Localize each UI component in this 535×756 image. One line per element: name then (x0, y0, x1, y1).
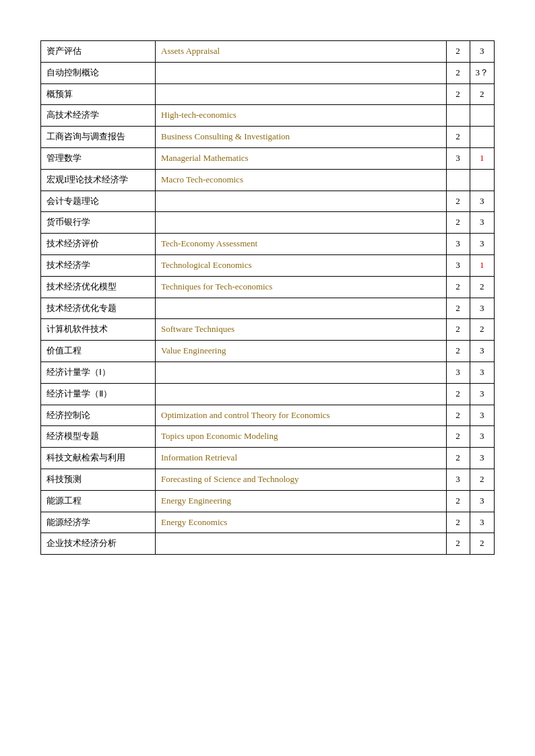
chinese-name: 技术经济优化模型 (41, 276, 156, 298)
col-num1: 2 (446, 426, 470, 448)
col-num2: 3 (470, 426, 495, 448)
col-num2: 3 (470, 341, 495, 362)
english-name: Techniques for Tech-economics (156, 276, 447, 298)
table-row: 宏观I理论技术经济学Macro Tech-economics (41, 169, 495, 191)
table-row: 技术经济学Technological Economics31 (41, 254, 495, 276)
chinese-name: 经济控制论 (41, 405, 156, 426)
table-row: 货币银行学23 (41, 212, 495, 234)
col-num2: 2 (470, 276, 495, 298)
col-num2: 3 (470, 490, 495, 512)
table-row: 科技文献检索与利用Information Retrieval23 (41, 448, 495, 469)
col-num1 (446, 169, 470, 191)
english-name: Assets Appraisal (156, 41, 447, 63)
col-num1: 2 (446, 127, 470, 148)
col-num1: 3 (446, 147, 470, 169)
chinese-name: 经济模型专题 (41, 426, 156, 448)
col-num1: 2 (446, 41, 470, 63)
table-row: 价值工程Value Engineering23 (41, 341, 495, 362)
col-num1: 2 (446, 405, 470, 426)
col-num1: 2 (446, 448, 470, 469)
table-row: 概预算22 (41, 83, 495, 105)
col-num1 (446, 105, 470, 127)
chinese-name: 技术经济学 (41, 254, 156, 276)
chinese-name: 概预算 (41, 83, 156, 105)
course-table: 资产评估Assets Appraisal23自动控制概论23？概预算22高技术经… (40, 40, 495, 555)
chinese-name: 科技文献检索与利用 (41, 448, 156, 469)
chinese-name: 技术经济优化专题 (41, 298, 156, 319)
table-row: 高技术经济学High-tech-economics (41, 105, 495, 127)
col-num2: 3 (470, 212, 495, 234)
english-name: High-tech-economics (156, 105, 447, 127)
table-row: 经济模型专题Topics upon Economic Modeling23 (41, 426, 495, 448)
table-row: 企业技术经济分析22 (41, 533, 495, 555)
chinese-name: 工商咨询与调查报告 (41, 127, 156, 148)
col-num2: 2 (470, 469, 495, 490)
english-name: Business Consulting & Investigation (156, 127, 447, 148)
english-name: Tech-Economy Assessment (156, 234, 447, 255)
col-num2: 3 (470, 512, 495, 533)
col-num2: 3 (470, 234, 495, 255)
col-num1: 3 (446, 469, 470, 490)
chinese-name: 自动控制概论 (41, 62, 156, 83)
english-name: Topics upon Economic Modeling (156, 426, 447, 448)
english-name: Optimization and control Theory for Econ… (156, 405, 447, 426)
english-name (156, 212, 447, 234)
english-name (156, 298, 447, 319)
table-row: 计算机软件技术Software Techniques22 (41, 319, 495, 341)
main-table-container: 资产评估Assets Appraisal23自动控制概论23？概预算22高技术经… (40, 40, 495, 555)
table-row: 经济控制论Optimization and control Theory for… (41, 405, 495, 426)
col-num1: 3 (446, 234, 470, 255)
col-num1: 2 (446, 62, 470, 83)
col-num2: 1 (470, 147, 495, 169)
english-name (156, 83, 447, 105)
chinese-name: 会计专题理论 (41, 191, 156, 212)
col-num1: 2 (446, 383, 470, 405)
col-num2: 3 (470, 41, 495, 63)
english-name: Software Techniques (156, 319, 447, 341)
col-num1: 2 (446, 512, 470, 533)
col-num1: 2 (446, 319, 470, 341)
table-row: 能源经济学Energy Economics23 (41, 512, 495, 533)
col-num2: 1 (470, 254, 495, 276)
english-name: Macro Tech-economics (156, 169, 447, 191)
english-name: Energy Economics (156, 512, 447, 533)
col-num1: 2 (446, 191, 470, 212)
col-num1: 2 (446, 533, 470, 555)
english-name: Forecasting of Science and Technology (156, 469, 447, 490)
chinese-name: 高技术经济学 (41, 105, 156, 127)
col-num2: 3 (470, 383, 495, 405)
table-row: 自动控制概论23？ (41, 62, 495, 83)
col-num2: 2 (470, 83, 495, 105)
english-name (156, 191, 447, 212)
english-name: Energy Engineering (156, 490, 447, 512)
col-num2: 3 (470, 191, 495, 212)
col-num1: 2 (446, 490, 470, 512)
table-row: 资产评估Assets Appraisal23 (41, 41, 495, 63)
col-num1: 2 (446, 341, 470, 362)
chinese-name: 资产评估 (41, 41, 156, 63)
chinese-name: 经济计量学（Ⅰ） (41, 362, 156, 383)
col-num2 (470, 127, 495, 148)
chinese-name: 货币银行学 (41, 212, 156, 234)
english-name: Value Engineering (156, 341, 447, 362)
table-row: 技术经济优化专题23 (41, 298, 495, 319)
table-row: 科技预测Forecasting of Science and Technolog… (41, 469, 495, 490)
table-row: 经济计量学（Ⅰ）33 (41, 362, 495, 383)
col-num2: 3 (470, 298, 495, 319)
english-name: Managerial Mathematics (156, 147, 447, 169)
col-num2: 3 (470, 448, 495, 469)
col-num2 (470, 105, 495, 127)
english-name (156, 533, 447, 555)
col-num1: 3 (446, 362, 470, 383)
col-num2: 3 (470, 405, 495, 426)
chinese-name: 科技预测 (41, 469, 156, 490)
col-num2: 2 (470, 533, 495, 555)
english-name (156, 62, 447, 83)
chinese-name: 计算机软件技术 (41, 319, 156, 341)
table-row: 经济计量学（Ⅱ）23 (41, 383, 495, 405)
col-num2: 3？ (470, 62, 495, 83)
english-name: Technological Economics (156, 254, 447, 276)
chinese-name: 价值工程 (41, 341, 156, 362)
table-row: 技术经济评价Tech-Economy Assessment33 (41, 234, 495, 255)
col-num1: 2 (446, 276, 470, 298)
